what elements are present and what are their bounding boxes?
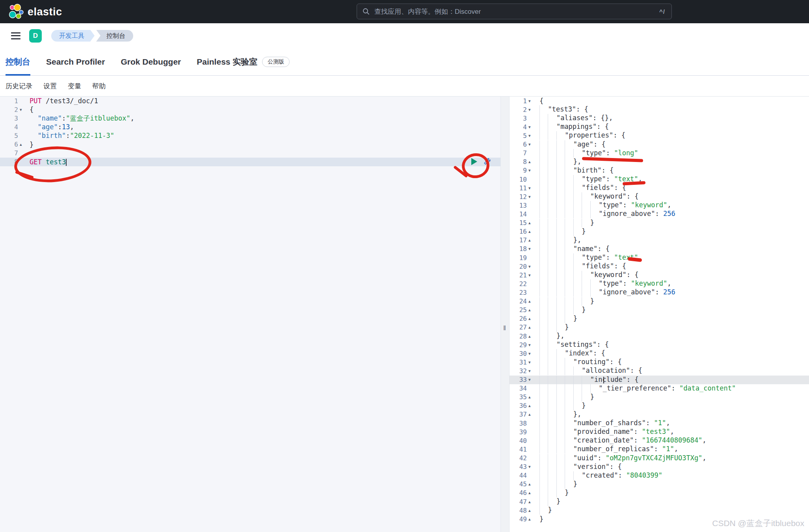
line-number: 1 xyxy=(510,97,527,105)
fold-caret-icon[interactable]: ▾ xyxy=(527,351,536,356)
indent-guide xyxy=(548,323,556,332)
fold-caret-icon[interactable]: ▴ xyxy=(527,299,536,304)
fold-caret-icon[interactable]: ▾ xyxy=(527,246,536,251)
indent-guide xyxy=(539,158,548,166)
fold-caret-icon[interactable]: ▾ xyxy=(527,264,536,269)
fold-caret-icon[interactable]: ▾ xyxy=(527,368,536,374)
tab-painless-实验室[interactable]: Painless 实验室公测版 xyxy=(197,48,290,75)
breadcrumb-item[interactable]: 开发工具 xyxy=(51,30,95,42)
menu-item[interactable]: 变量 xyxy=(68,82,81,91)
indent-guide xyxy=(573,219,582,227)
fold-caret-icon[interactable]: ▴ xyxy=(527,403,536,408)
fold-caret-icon[interactable]: ▾ xyxy=(527,99,536,104)
panel-resizer-handle[interactable]: ‖ xyxy=(500,97,510,532)
fold-caret-icon[interactable]: ▾ xyxy=(527,464,536,469)
code-line: 28▴}, xyxy=(510,332,809,340)
fold-caret-icon[interactable]: ▴ xyxy=(527,307,536,313)
indent-guide xyxy=(539,105,548,114)
tab-grok-debugger[interactable]: Grok Debugger xyxy=(121,48,181,75)
indent-guide xyxy=(556,210,565,218)
menu-item[interactable]: 设置 xyxy=(43,82,57,91)
line-number: 3 xyxy=(0,115,18,122)
indent-guide xyxy=(556,471,565,480)
line-number: 4 xyxy=(0,123,18,131)
tab-控制台[interactable]: 控制台 xyxy=(6,48,30,75)
fold-caret-icon[interactable]: ▾ xyxy=(527,142,536,147)
fold-caret-icon[interactable]: ▴ xyxy=(527,482,536,487)
code-line: 44"created": "8040399" xyxy=(510,471,809,480)
code-line: 36▴} xyxy=(510,402,809,410)
indent-guide xyxy=(548,349,556,358)
indent-guide xyxy=(582,384,590,393)
indent-guide xyxy=(548,376,556,384)
fold-caret-icon[interactable]: ▴ xyxy=(527,325,536,330)
fold-caret-icon[interactable]: ▾ xyxy=(527,377,536,382)
fold-caret-icon[interactable]: ▾ xyxy=(527,342,536,348)
fold-caret-icon[interactable]: ▾ xyxy=(527,273,536,278)
indent-guide xyxy=(565,402,573,410)
menu-item[interactable]: 历史记录 xyxy=(6,82,32,91)
indent-guide xyxy=(556,262,565,271)
indent-guide xyxy=(565,227,573,236)
indent-guide xyxy=(565,419,573,428)
menu-item[interactable]: 帮助 xyxy=(92,82,106,91)
top-header-bar: elastic 查找应用、内容等。例如：Discover ^/ xyxy=(0,0,809,23)
fold-caret-icon[interactable]: ▴ xyxy=(527,316,536,321)
breadcrumb-item[interactable]: 控制台 xyxy=(96,30,133,42)
line-number: 42 xyxy=(510,454,527,462)
indent-guide xyxy=(539,480,548,489)
fold-caret-icon[interactable]: ▴ xyxy=(527,229,536,234)
indent-guide xyxy=(548,384,556,393)
indent-guide xyxy=(565,376,573,384)
indent-guide xyxy=(590,384,599,393)
tab-search-profiler[interactable]: Search Profiler xyxy=(46,48,105,75)
fold-caret-icon[interactable]: ▾ xyxy=(18,107,28,112)
breadcrumb: 开发工具控制台 xyxy=(51,30,133,42)
breadcrumb-bar: D 开发工具控制台 xyxy=(0,23,809,48)
fold-caret-icon[interactable]: ▾ xyxy=(527,168,536,173)
fold-caret-icon[interactable]: ▴ xyxy=(527,238,536,243)
line-number: 8 xyxy=(0,158,18,166)
send-request-button[interactable] xyxy=(471,158,477,165)
code-line: 46▴} xyxy=(510,489,809,497)
fold-caret-icon[interactable]: ▴ xyxy=(527,508,536,513)
fold-caret-icon[interactable]: ▴ xyxy=(527,499,536,504)
indent-guide xyxy=(565,288,573,297)
indent-guide xyxy=(539,323,548,332)
fold-caret-icon[interactable]: ▾ xyxy=(527,133,536,138)
response-output-panel[interactable]: 1▾{2▾"test3": {3"aliases": {},4▾"mapping… xyxy=(509,97,809,532)
indent-guide xyxy=(582,219,590,227)
elastic-brand[interactable]: elastic xyxy=(8,4,62,20)
fold-caret-icon[interactable]: ▴ xyxy=(527,517,536,522)
global-search-input[interactable]: 查找应用、内容等。例如：Discover ^/ xyxy=(357,4,672,19)
fold-caret-icon[interactable]: ▴ xyxy=(527,412,536,417)
indent-guide xyxy=(573,384,582,393)
fold-caret-icon[interactable]: ▾ xyxy=(527,360,536,365)
indent-guide xyxy=(556,454,565,463)
fold-caret-icon[interactable]: ▾ xyxy=(527,186,536,191)
indent-guide xyxy=(582,201,590,210)
fold-caret-icon[interactable]: ▴ xyxy=(18,142,28,147)
indent-guide xyxy=(539,314,548,323)
indent-guide xyxy=(573,227,582,236)
fold-caret-icon[interactable]: ▴ xyxy=(527,159,536,164)
indent-guide xyxy=(565,253,573,262)
indent-guide xyxy=(548,279,556,288)
space-avatar[interactable]: D xyxy=(29,29,42,43)
request-wrench-icon[interactable] xyxy=(483,157,491,166)
indent-guide xyxy=(565,175,573,184)
menu-hamburger-icon[interactable] xyxy=(11,32,20,39)
indent-guide xyxy=(556,201,565,210)
fold-caret-icon[interactable]: ▴ xyxy=(527,220,536,225)
line-number: 7 xyxy=(0,149,18,157)
fold-caret-icon[interactable]: ▴ xyxy=(527,394,536,400)
fold-caret-icon[interactable]: ▾ xyxy=(527,194,536,199)
indent-guide xyxy=(582,393,590,402)
request-editor-panel[interactable]: 1PUT /test3/_doc/12▾{3 "name":"蓝盒子itblue… xyxy=(0,97,500,532)
fold-caret-icon[interactable]: ▴ xyxy=(527,490,536,495)
fold-caret-icon[interactable]: ▾ xyxy=(527,125,536,130)
fold-caret-icon[interactable]: ▴ xyxy=(527,334,536,339)
indent-guide xyxy=(556,445,565,454)
fold-caret-icon[interactable]: ▾ xyxy=(527,107,536,112)
line-number: 6 xyxy=(510,141,527,148)
